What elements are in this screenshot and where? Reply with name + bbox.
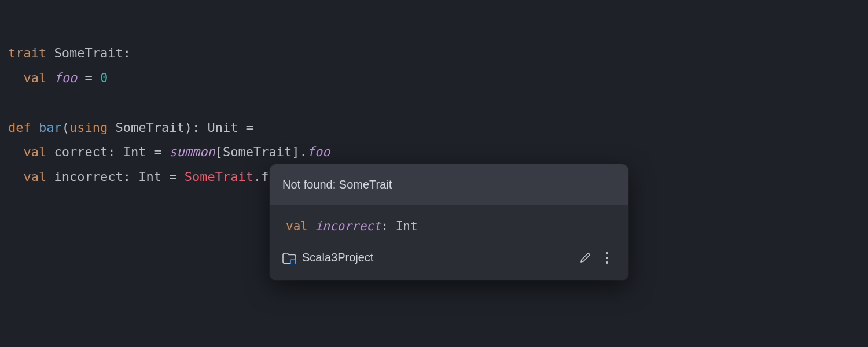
dot: . [253,169,261,184]
dot: . [299,145,307,159]
project-icon [282,253,295,263]
sig-type: Int [396,219,418,233]
colon: : [108,145,115,159]
keyword-val: val [24,71,47,85]
val-name-correct: correct [54,145,108,159]
keyword-def: def [8,120,31,135]
type-arg: SomeTrait [223,145,292,159]
svg-rect-0 [290,260,295,264]
val-name-incorrect: incorrect [54,169,123,184]
number-literal: 0 [100,71,108,85]
keyword-val: val [286,219,308,233]
function-name: bar [39,120,62,135]
type-int: Int [138,169,161,184]
keyword-trait: trait [8,46,46,60]
rbracket: ] [292,145,299,159]
summon-call: summon [169,145,215,159]
more-icon[interactable] [599,250,615,265]
member-foo: foo [54,71,78,85]
keyword-val: val [24,169,47,184]
error-reference[interactable]: SomeTrait [185,169,253,184]
edit-icon[interactable] [578,250,593,265]
keyword-val: val [24,145,47,159]
tooltip-signature: val incorrect: Int [270,205,628,241]
colon: : [381,219,388,233]
equals: = [85,71,93,85]
error-tooltip: Not found: SomeTrait val incorrect: Int … [270,164,628,280]
param-type: SomeTrait [115,120,184,135]
colon: : [192,120,200,135]
equals: = [154,145,161,159]
type-int: Int [123,145,146,159]
trait-identifier: SomeTrait [54,46,123,60]
tooltip-footer: Scala3Project [270,241,628,280]
equals: = [246,120,253,135]
colon: : [123,46,131,60]
keyword-using: using [69,120,108,135]
member-foo: foo [307,145,330,159]
colon: : [123,169,131,184]
project-name[interactable]: Scala3Project [302,246,373,269]
equals: = [169,169,176,184]
rparen: ) [185,120,192,135]
sig-name: incorrect [315,219,381,233]
tooltip-error-message: Not found: SomeTrait [270,164,628,205]
return-type: Unit [207,120,238,135]
lbracket: [ [215,145,223,159]
lparen: ( [62,120,69,135]
